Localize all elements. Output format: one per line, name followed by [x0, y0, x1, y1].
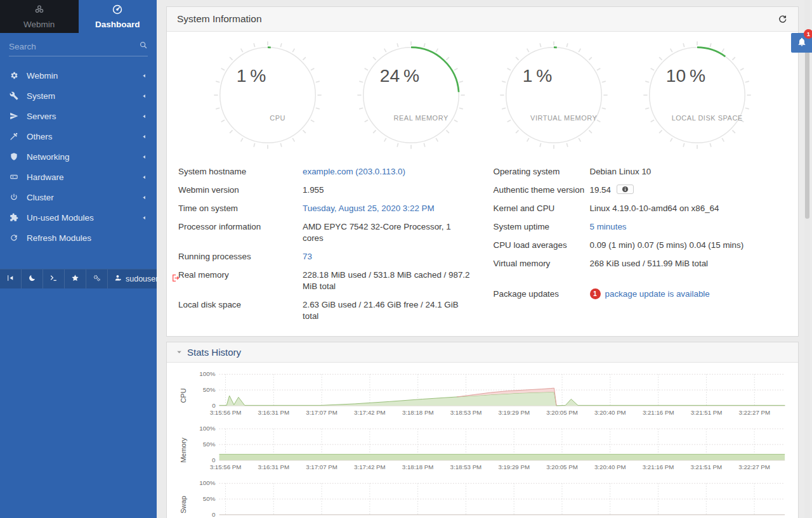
dashboard-gauge-icon — [112, 4, 123, 18]
sidebar: WebminDashboard WebminSystemServersOther… — [0, 0, 157, 518]
table-row: System uptime5 minutes — [494, 217, 787, 236]
tab-dashboard[interactable]: Dashboard — [79, 0, 157, 33]
system-information-header: System Information — [167, 7, 798, 32]
info-value-text: Linux 4.19.0-10-amd64 on x86_64 — [590, 203, 719, 214]
user-button[interactable]: sudouser — [108, 269, 165, 288]
info-value-link[interactable]: 5 minutes — [590, 221, 627, 233]
search-input[interactable] — [9, 42, 139, 51]
svg-text:3:18:18 PM: 3:18:18 PM — [402, 463, 434, 470]
info-label: Kernel and CPU — [494, 203, 590, 214]
info-value: Tuesday, August 25, 2020 3:22 PM — [303, 203, 472, 214]
scrollbar-thumb[interactable] — [805, 32, 809, 219]
info-label: Operating system — [494, 166, 590, 178]
table-row: Local disk space2.63 GiB used / 21.46 Gi… — [178, 296, 472, 326]
shield-icon — [10, 152, 19, 162]
username-label: sudouser — [126, 275, 158, 283]
info-value-link[interactable]: example.com (203.0.113.0) — [303, 166, 405, 178]
svg-text:3:16:31 PM: 3:16:31 PM — [258, 409, 289, 416]
chevron-left-icon — [141, 112, 147, 121]
gears-icon — [93, 274, 101, 284]
info-value-link[interactable]: 73 — [303, 251, 312, 262]
terminal-button[interactable] — [43, 269, 65, 288]
tab-label: Dashboard — [95, 20, 140, 29]
theme-settings-button[interactable] — [86, 269, 108, 288]
sidebar-item-un-used-modules[interactable]: Un-used Modules — [0, 207, 157, 228]
info-value-link[interactable]: package update is available — [605, 288, 710, 300]
night-mode-button[interactable] — [22, 269, 43, 288]
moon-icon — [28, 274, 36, 284]
svg-text:3:19:29 PM: 3:19:29 PM — [498, 409, 530, 416]
chart-axis-title: Memory — [176, 446, 191, 454]
info-value: example.com (203.0.113.0) — [303, 166, 472, 178]
svg-text:0: 0 — [212, 511, 216, 518]
sidebar-item-label: Hardware — [27, 172, 141, 182]
notifications-tab[interactable]: 1 — [791, 33, 812, 53]
info-label: Virtual memory — [494, 258, 590, 269]
svg-text:50%: 50% — [203, 495, 216, 502]
table-row: Real memory228.18 MiB used / 531.8 MiB c… — [178, 266, 472, 296]
table-row: Package updates1package update is availa… — [494, 285, 787, 304]
info-value-link[interactable]: Tuesday, August 25, 2020 3:22 PM — [303, 203, 435, 214]
svg-text:50%: 50% — [203, 386, 216, 393]
tab-webmin[interactable]: Webmin — [0, 0, 79, 33]
chevron-left-icon — [141, 91, 147, 101]
table-row: Running processes73 — [178, 247, 472, 266]
info-value-text: 0.09 (1 min) 0.07 (5 mins) 0.04 (15 mins… — [590, 240, 744, 251]
chevron-left-icon — [141, 152, 147, 162]
chevron-left-icon — [141, 193, 147, 202]
svg-text:3:22:27 PM: 3:22:27 PM — [738, 463, 770, 470]
svg-text:3:15:56 PM: 3:15:56 PM — [210, 463, 242, 470]
stats-history-title: Stats History — [187, 347, 241, 358]
favorites-button[interactable] — [65, 269, 86, 288]
info-label: Local disk space — [178, 299, 303, 322]
info-value-text: 19.54 — [590, 185, 612, 196]
svg-text:3:20:40 PM: 3:20:40 PM — [594, 463, 626, 470]
svg-text:3:15:56 PM: 3:15:56 PM — [209, 409, 241, 416]
table-row: Virtual memory268 KiB used / 511.99 MiB … — [494, 254, 787, 273]
info-value-text: AMD EPYC 7542 32-Core Processor, 1 cores — [303, 221, 472, 244]
theme-info-button[interactable] — [617, 185, 634, 194]
svg-text:100%: 100% — [199, 372, 216, 377]
sidebar-item-refresh-modules[interactable]: Refresh Modules — [0, 228, 157, 248]
info-value: 19.54 — [590, 185, 787, 196]
svg-text:50%: 50% — [203, 441, 216, 448]
refresh-page-icon[interactable] — [777, 14, 788, 25]
sidebar-item-hardware[interactable]: Hardware — [0, 167, 157, 187]
sidebar-item-networking[interactable]: Networking — [0, 146, 157, 167]
webmin-logo-icon — [34, 4, 45, 18]
search-icon[interactable] — [139, 41, 148, 52]
collapse-sidebar-button[interactable] — [0, 269, 22, 288]
svg-text:3:18:53 PM: 3:18:53 PM — [450, 409, 481, 416]
svg-text:VIRTUAL MEMORY: VIRTUAL MEMORY — [530, 114, 597, 122]
terminal-icon — [49, 274, 58, 284]
svg-text:3:18:18 PM: 3:18:18 PM — [402, 409, 434, 416]
system-info-left-column: System hostnameexample.com (203.0.113.0)… — [178, 162, 472, 326]
info-label: Webmin version — [178, 185, 303, 196]
sidebar-menu: WebminSystemServersOthersNetworkingHardw… — [0, 65, 157, 248]
sidebar-item-servers[interactable]: Servers — [0, 106, 157, 126]
sidebar-item-system[interactable]: System — [0, 86, 157, 106]
sidebar-item-label: Networking — [27, 152, 141, 162]
chart-swap: Swap3:15:56 PM3:16:31 PM3:17:07 PM3:17:4… — [176, 481, 794, 518]
svg-text:3:22:27 PM: 3:22:27 PM — [738, 409, 770, 416]
collapse-icon — [6, 274, 15, 284]
paper-plane-icon — [10, 112, 19, 121]
sidebar-item-webmin[interactable]: Webmin — [0, 65, 157, 86]
info-value: 73 — [303, 251, 472, 262]
info-label: Real memory — [178, 269, 303, 292]
sidebar-item-label: Un-used Modules — [27, 213, 141, 223]
svg-text:3:17:42 PM: 3:17:42 PM — [354, 463, 386, 470]
sidebar-item-label: Servers — [27, 112, 141, 121]
stats-history-toggle[interactable]: Stats History — [167, 342, 798, 363]
sidebar-item-label: Refresh Modules — [27, 233, 147, 243]
logout-button[interactable] — [165, 269, 187, 288]
chart-cpu: CPU3:15:56 PM3:16:31 PM3:17:07 PM3:17:42… — [176, 372, 794, 420]
sidebar-item-label: Others — [27, 132, 141, 141]
sidebar-footer-bar: sudouser — [0, 269, 157, 288]
sidebar-item-cluster[interactable]: Cluster — [0, 187, 157, 207]
sidebar-item-others[interactable]: Others — [0, 126, 157, 146]
tab-label: Webmin — [23, 20, 55, 29]
notification-count-badge: 1 — [804, 29, 812, 39]
svg-text:3:21:16 PM: 3:21:16 PM — [643, 463, 674, 470]
info-value-text: 268 KiB used / 511.99 MiB total — [590, 258, 709, 269]
